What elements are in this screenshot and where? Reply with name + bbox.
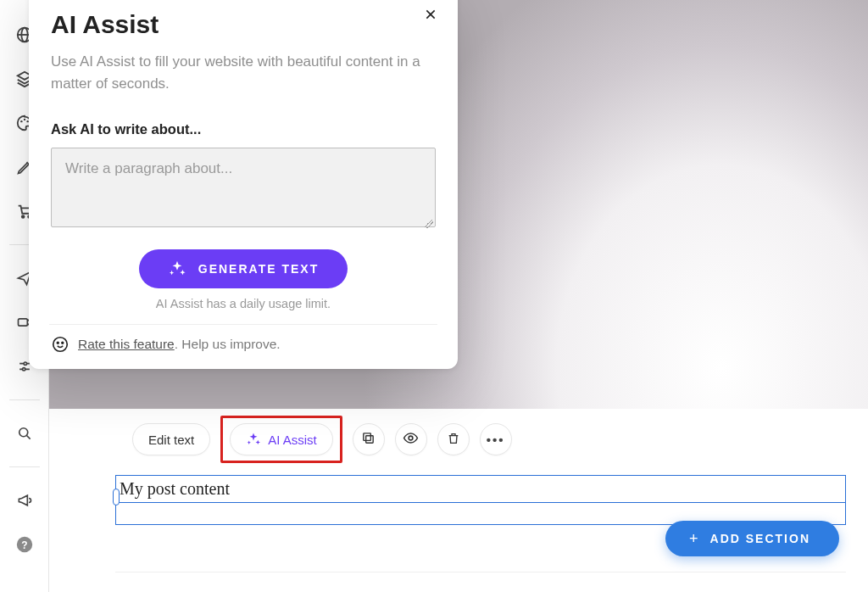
rail-search-icon[interactable]	[14, 422, 36, 444]
modal-description: Use AI Assist to fill your website with …	[51, 51, 436, 96]
svg-point-13	[19, 428, 27, 437]
element-toolbar: Edit text AI Assist •••	[132, 416, 512, 463]
delete-button[interactable]	[437, 423, 470, 455]
rail-divider-3	[9, 466, 40, 467]
rail-megaphone-icon[interactable]	[14, 489, 36, 511]
svg-point-18	[62, 342, 64, 343]
svg-point-5	[20, 120, 22, 122]
svg-rect-0	[366, 436, 374, 444]
svg-point-17	[57, 342, 58, 343]
prompt-textarea[interactable]	[51, 148, 436, 227]
edit-text-button[interactable]: Edit text	[132, 423, 210, 455]
svg-point-2	[409, 436, 413, 440]
close-icon	[424, 6, 437, 25]
smile-icon	[51, 335, 70, 354]
svg-point-7	[26, 120, 28, 122]
svg-text:?: ?	[21, 539, 27, 551]
prompt-label: Ask AI to write about...	[51, 121, 436, 137]
trash-icon	[447, 432, 460, 448]
svg-rect-10	[18, 319, 27, 326]
ai-assist-button[interactable]: AI Assist	[230, 423, 333, 455]
sparkle-icon	[168, 260, 186, 278]
rail-help-icon[interactable]: ?	[14, 533, 36, 556]
post-content-block[interactable]: My post content	[115, 475, 846, 525]
add-section-label: ADD SECTION	[710, 532, 810, 545]
generate-text-label: GENERATE TEXT	[198, 262, 319, 276]
rate-feature-link[interactable]: Rate this feature	[78, 337, 175, 351]
eye-icon	[403, 430, 419, 449]
ai-assist-label: AI Assist	[268, 433, 317, 447]
svg-point-16	[53, 337, 68, 351]
post-content-text[interactable]: My post content	[116, 476, 845, 502]
generate-text-button[interactable]: GENERATE TEXT	[139, 249, 348, 288]
visibility-button[interactable]	[395, 423, 427, 455]
close-button[interactable]	[419, 3, 442, 27]
copy-icon	[361, 431, 376, 448]
svg-rect-1	[364, 433, 371, 440]
modal-title: AI Assist	[51, 10, 436, 39]
svg-point-12	[22, 368, 25, 371]
svg-point-8	[21, 215, 24, 218]
svg-point-6	[23, 119, 25, 120]
ai-assist-highlight-box: AI Assist	[220, 416, 342, 463]
usage-limit-text: AI Assist has a daily usage limit.	[51, 297, 436, 310]
section-divider	[115, 572, 846, 572]
rate-feature-row: Rate this feature. Help us improve.	[51, 335, 436, 354]
ai-assist-modal: AI Assist Use AI Assist to fill your web…	[29, 0, 458, 369]
svg-point-11	[24, 362, 26, 365]
plus-icon: +	[689, 530, 700, 548]
selection-handle[interactable]	[113, 489, 120, 505]
duplicate-button[interactable]	[353, 423, 385, 455]
rate-feature-trail: . Help us improve.	[175, 337, 281, 351]
modal-divider	[49, 324, 437, 325]
add-section-button[interactable]: + ADD SECTION	[665, 521, 839, 556]
sparkle-icon	[246, 432, 261, 447]
rail-divider-2	[9, 399, 40, 400]
more-icon: •••	[487, 433, 505, 447]
more-button[interactable]: •••	[480, 423, 512, 455]
